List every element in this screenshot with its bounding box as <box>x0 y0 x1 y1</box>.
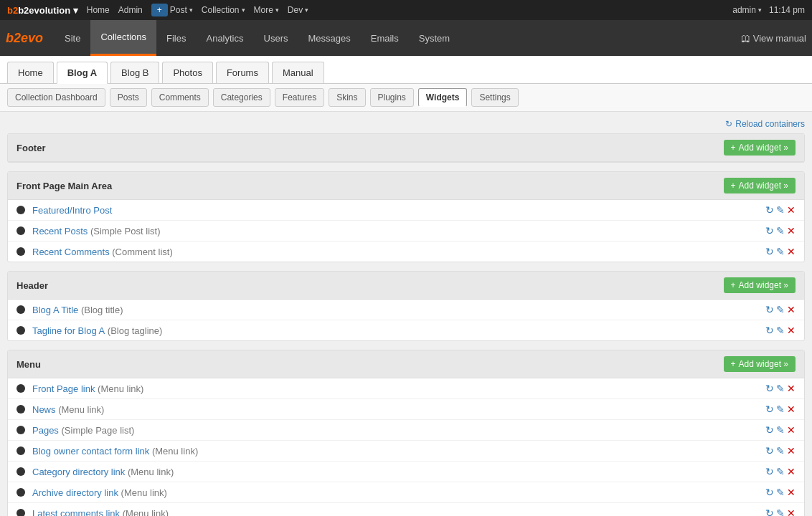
tab-forums[interactable]: Forums <box>216 62 269 83</box>
subtab-features[interactable]: Features <box>275 88 324 107</box>
widget-link-blog-a-title[interactable]: Blog A Title <box>32 305 78 315</box>
widget-action-reload[interactable]: ↻ <box>765 424 774 436</box>
widget-action-reload[interactable]: ↻ <box>765 487 774 498</box>
widget-action-reload[interactable]: ↻ <box>765 325 774 336</box>
widget-action-reload[interactable]: ↻ <box>765 304 774 315</box>
nav-item-system[interactable]: System <box>409 20 460 56</box>
widget-action-edit[interactable]: ✎ <box>776 204 785 216</box>
widget-row-tagline: Tagline for Blog A (Blog tagline) ↻ ✎ ✕ <box>8 320 804 340</box>
widget-link-pages[interactable]: Pages <box>32 425 59 436</box>
widget-link-recent-comments[interactable]: Recent Comments <box>32 247 110 257</box>
topbar-collection-dropdown[interactable]: Collection ▾ <box>202 5 245 15</box>
widget-action-edit[interactable]: ✎ <box>776 325 785 336</box>
add-widget-footer-button[interactable]: + Add widget » <box>724 140 796 156</box>
widget-link-recent-posts[interactable]: Recent Posts <box>32 226 88 236</box>
widget-action-reload[interactable]: ↻ <box>765 445 774 457</box>
widget-bullet <box>16 326 25 335</box>
widget-action-delete[interactable]: ✕ <box>787 325 796 336</box>
subtab-comments[interactable]: Comments <box>151 88 209 107</box>
subtab-posts[interactable]: Posts <box>110 88 147 107</box>
topbar-more-dropdown[interactable]: More ▾ <box>254 5 279 15</box>
topbar-dev-dropdown[interactable]: Dev ▾ <box>288 5 308 15</box>
nav-item-collections[interactable]: Collections <box>90 20 156 56</box>
widget-action-edit[interactable]: ✎ <box>776 445 785 457</box>
tab-photos[interactable]: Photos <box>162 62 212 83</box>
widget-action-reload[interactable]: ↻ <box>765 383 774 394</box>
reload-containers-link[interactable]: ↻ Reload containers <box>725 119 805 129</box>
widget-actions: ↻ ✎ ✕ <box>765 487 796 498</box>
tab-blog-b[interactable]: Blog B <box>110 62 159 83</box>
subtab-collection-dashboard[interactable]: Collection Dashboard <box>7 88 105 107</box>
widget-action-delete[interactable]: ✕ <box>787 246 796 257</box>
widget-link-archive-dir[interactable]: Archive directory link <box>32 487 118 498</box>
topbar-post-dropdown[interactable]: + Post ▾ <box>151 4 193 16</box>
topbar-user-dropdown[interactable]: admin ▾ <box>732 5 762 15</box>
widget-row-recent-posts: Recent Posts (Simple Post list) ↻ ✎ ✕ <box>8 221 804 242</box>
section-footer-title: Footer <box>16 143 45 153</box>
widget-action-delete[interactable]: ✕ <box>787 507 796 516</box>
widget-sub-front-page: (Menu link) <box>95 383 143 394</box>
widget-link-latest-comments[interactable]: Latest comments link <box>32 508 120 517</box>
nav-item-messages[interactable]: Messages <box>298 20 360 56</box>
widget-action-reload[interactable]: ↻ <box>765 403 774 415</box>
widget-bullet <box>16 446 25 455</box>
topbar: b2b2evolutionb2evolution ▾ Home Admin + … <box>0 0 812 20</box>
nav-item-site[interactable]: Site <box>55 20 90 56</box>
topbar-brand[interactable]: b2b2evolutionb2evolution ▾ <box>7 5 78 16</box>
widget-action-delete[interactable]: ✕ <box>787 424 796 436</box>
widget-link-contact-form[interactable]: Blog owner contact form link <box>32 446 149 457</box>
widget-action-edit[interactable]: ✎ <box>776 507 785 516</box>
widget-action-delete[interactable]: ✕ <box>787 466 796 477</box>
widget-action-delete[interactable]: ✕ <box>787 383 796 394</box>
widget-action-reload[interactable]: ↻ <box>765 204 774 216</box>
subtab-categories[interactable]: Categories <box>213 88 270 107</box>
widget-action-delete[interactable]: ✕ <box>787 225 796 236</box>
widget-action-edit[interactable]: ✎ <box>776 424 785 436</box>
topbar-home-link[interactable]: Home <box>87 5 110 15</box>
widget-action-reload[interactable]: ↻ <box>765 225 774 236</box>
widget-link-front-page[interactable]: Front Page link <box>32 383 95 394</box>
widget-action-edit[interactable]: ✎ <box>776 304 785 315</box>
widget-link-news[interactable]: News <box>32 404 56 415</box>
widget-sub-category-dir: (Menu link) <box>125 467 174 477</box>
subtab-settings[interactable]: Settings <box>471 88 518 107</box>
widget-action-edit[interactable]: ✎ <box>776 383 785 394</box>
reload-row: ↻ Reload containers <box>7 119 805 129</box>
add-widget-front-page-button[interactable]: + Add widget » <box>724 178 796 194</box>
widget-action-delete[interactable]: ✕ <box>787 487 796 498</box>
widget-action-delete[interactable]: ✕ <box>787 403 796 415</box>
widget-action-delete[interactable]: ✕ <box>787 304 796 315</box>
widget-action-reload[interactable]: ↻ <box>765 507 774 516</box>
nav-item-emails[interactable]: Emails <box>361 20 409 56</box>
widget-action-reload[interactable]: ↻ <box>765 466 774 477</box>
subtab-skins[interactable]: Skins <box>329 88 365 107</box>
widget-action-edit[interactable]: ✎ <box>776 403 785 415</box>
topbar-admin-link[interactable]: Admin <box>118 5 143 15</box>
widget-action-reload[interactable]: ↻ <box>765 246 774 257</box>
widget-action-delete[interactable]: ✕ <box>787 445 796 457</box>
widget-action-delete[interactable]: ✕ <box>787 204 796 216</box>
plus-icon: + <box>731 181 736 191</box>
reload-icon: ↻ <box>725 119 732 129</box>
widget-actions: ↻ ✎ ✕ <box>765 507 796 516</box>
widget-action-edit[interactable]: ✎ <box>776 466 785 477</box>
widget-action-edit[interactable]: ✎ <box>776 246 785 257</box>
nav-item-users[interactable]: Users <box>254 20 298 56</box>
nav-item-analytics[interactable]: Analytics <box>196 20 253 56</box>
plus-icon: + <box>731 359 736 369</box>
widget-bullet <box>16 509 25 516</box>
tab-blog-a[interactable]: Blog A <box>57 62 108 84</box>
widget-link-tagline[interactable]: Tagline for Blog A <box>32 325 105 336</box>
add-widget-menu-button[interactable]: + Add widget » <box>724 356 796 372</box>
view-manual-link[interactable]: 🕮 View manual <box>741 33 806 44</box>
subtab-widgets[interactable]: Widgets <box>418 88 468 107</box>
tab-home[interactable]: Home <box>7 62 54 83</box>
widget-link-featured[interactable]: Featured/Intro Post <box>32 205 112 216</box>
widget-link-category-dir[interactable]: Category directory link <box>32 467 125 477</box>
widget-action-edit[interactable]: ✎ <box>776 487 785 498</box>
add-widget-header-button[interactable]: + Add widget » <box>724 277 796 293</box>
tab-manual[interactable]: Manual <box>272 62 324 83</box>
widget-action-edit[interactable]: ✎ <box>776 225 785 236</box>
subtab-plugins[interactable]: Plugins <box>370 88 414 107</box>
nav-item-files[interactable]: Files <box>156 20 196 56</box>
